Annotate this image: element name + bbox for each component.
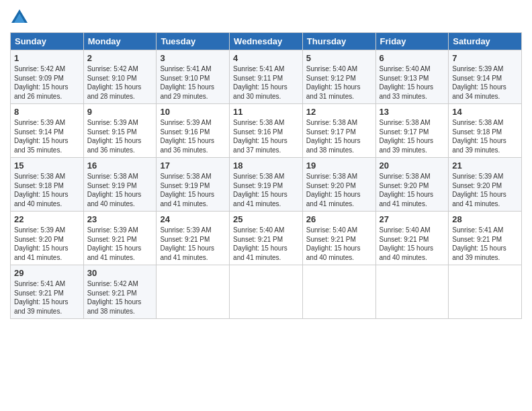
day-info: Sunrise: 5:39 AM Sunset: 9:14 PM Dayligh… bbox=[452, 64, 518, 101]
day-number: 21 bbox=[452, 161, 518, 171]
day-number: 29 bbox=[14, 268, 80, 278]
day-number: 8 bbox=[14, 107, 80, 117]
day-info: Sunrise: 5:42 AM Sunset: 9:21 PM Dayligh… bbox=[87, 279, 153, 316]
day-number: 7 bbox=[452, 53, 518, 63]
day-info: Sunrise: 5:42 AM Sunset: 9:09 PM Dayligh… bbox=[14, 64, 80, 101]
calendar-cell: 15Sunrise: 5:38 AM Sunset: 9:18 PM Dayli… bbox=[11, 158, 84, 212]
calendar-cell: 22Sunrise: 5:39 AM Sunset: 9:20 PM Dayli… bbox=[11, 212, 84, 265]
day-number: 14 bbox=[452, 107, 518, 117]
calendar-header-row: SundayMondayTuesdayWednesdayThursdayFrid… bbox=[11, 33, 522, 50]
day-info: Sunrise: 5:38 AM Sunset: 9:17 PM Dayligh… bbox=[380, 118, 445, 154]
calendar-week-3: 15Sunrise: 5:38 AM Sunset: 9:18 PM Dayli… bbox=[11, 158, 522, 212]
day-info: Sunrise: 5:38 AM Sunset: 9:20 PM Dayligh… bbox=[306, 172, 372, 208]
col-header-friday: Friday bbox=[375, 33, 449, 50]
day-info: Sunrise: 5:40 AM Sunset: 9:21 PM Dayligh… bbox=[306, 226, 372, 262]
calendar-cell: 4Sunrise: 5:41 AM Sunset: 9:11 PM Daylig… bbox=[230, 50, 303, 104]
calendar-cell: 10Sunrise: 5:39 AM Sunset: 9:16 PM Dayli… bbox=[157, 104, 230, 158]
day-info: Sunrise: 5:39 AM Sunset: 9:21 PM Dayligh… bbox=[160, 226, 226, 262]
calendar-table: SundayMondayTuesdayWednesdayThursdayFrid… bbox=[10, 32, 522, 319]
day-number: 12 bbox=[306, 107, 372, 117]
calendar-cell: 20Sunrise: 5:38 AM Sunset: 9:20 PM Dayli… bbox=[375, 158, 449, 212]
calendar-cell: 3Sunrise: 5:41 AM Sunset: 9:10 PM Daylig… bbox=[157, 50, 230, 104]
calendar-cell bbox=[157, 265, 230, 319]
header bbox=[10, 7, 522, 27]
col-header-monday: Monday bbox=[83, 33, 157, 50]
calendar-week-4: 22Sunrise: 5:39 AM Sunset: 9:20 PM Dayli… bbox=[11, 212, 522, 265]
calendar-cell: 27Sunrise: 5:40 AM Sunset: 9:21 PM Dayli… bbox=[375, 212, 449, 265]
day-info: Sunrise: 5:38 AM Sunset: 9:19 PM Dayligh… bbox=[160, 172, 226, 208]
calendar-cell: 23Sunrise: 5:39 AM Sunset: 9:21 PM Dayli… bbox=[83, 212, 157, 265]
col-header-wednesday: Wednesday bbox=[230, 33, 303, 50]
day-number: 2 bbox=[87, 53, 153, 63]
calendar-cell: 14Sunrise: 5:38 AM Sunset: 9:18 PM Dayli… bbox=[449, 104, 522, 158]
calendar-cell: 7Sunrise: 5:39 AM Sunset: 9:14 PM Daylig… bbox=[449, 50, 522, 104]
day-number: 20 bbox=[380, 161, 445, 171]
day-info: Sunrise: 5:38 AM Sunset: 9:19 PM Dayligh… bbox=[87, 172, 153, 208]
logo bbox=[10, 7, 32, 27]
day-number: 28 bbox=[452, 214, 518, 224]
day-info: Sunrise: 5:40 AM Sunset: 9:21 PM Dayligh… bbox=[233, 226, 299, 262]
col-header-saturday: Saturday bbox=[449, 33, 522, 50]
day-info: Sunrise: 5:38 AM Sunset: 9:16 PM Dayligh… bbox=[233, 118, 299, 154]
day-info: Sunrise: 5:41 AM Sunset: 9:11 PM Dayligh… bbox=[233, 64, 299, 101]
day-number: 18 bbox=[233, 161, 299, 171]
day-number: 1 bbox=[14, 53, 80, 63]
day-number: 30 bbox=[87, 268, 153, 278]
day-number: 19 bbox=[306, 161, 372, 171]
day-number: 4 bbox=[233, 53, 299, 63]
col-header-thursday: Thursday bbox=[302, 33, 375, 50]
calendar-cell: 19Sunrise: 5:38 AM Sunset: 9:20 PM Dayli… bbox=[302, 158, 375, 212]
calendar-cell: 24Sunrise: 5:39 AM Sunset: 9:21 PM Dayli… bbox=[157, 212, 230, 265]
calendar-cell bbox=[302, 265, 375, 319]
day-info: Sunrise: 5:38 AM Sunset: 9:20 PM Dayligh… bbox=[380, 172, 445, 208]
calendar-cell: 5Sunrise: 5:40 AM Sunset: 9:12 PM Daylig… bbox=[302, 50, 375, 104]
day-info: Sunrise: 5:39 AM Sunset: 9:15 PM Dayligh… bbox=[87, 118, 153, 154]
calendar-cell: 18Sunrise: 5:38 AM Sunset: 9:19 PM Dayli… bbox=[230, 158, 303, 212]
col-header-tuesday: Tuesday bbox=[157, 33, 230, 50]
day-info: Sunrise: 5:41 AM Sunset: 9:21 PM Dayligh… bbox=[14, 279, 80, 316]
day-number: 16 bbox=[87, 161, 153, 171]
day-info: Sunrise: 5:39 AM Sunset: 9:20 PM Dayligh… bbox=[452, 172, 518, 208]
calendar-cell: 30Sunrise: 5:42 AM Sunset: 9:21 PM Dayli… bbox=[83, 265, 157, 319]
calendar-cell bbox=[449, 265, 522, 319]
calendar-cell: 8Sunrise: 5:39 AM Sunset: 9:14 PM Daylig… bbox=[11, 104, 84, 158]
day-number: 9 bbox=[87, 107, 153, 117]
day-number: 27 bbox=[380, 214, 445, 224]
day-info: Sunrise: 5:40 AM Sunset: 9:21 PM Dayligh… bbox=[380, 226, 445, 262]
calendar-week-2: 8Sunrise: 5:39 AM Sunset: 9:14 PM Daylig… bbox=[11, 104, 522, 158]
calendar-cell: 9Sunrise: 5:39 AM Sunset: 9:15 PM Daylig… bbox=[83, 104, 157, 158]
calendar-cell bbox=[375, 265, 449, 319]
day-info: Sunrise: 5:40 AM Sunset: 9:12 PM Dayligh… bbox=[306, 64, 372, 101]
calendar-cell: 1Sunrise: 5:42 AM Sunset: 9:09 PM Daylig… bbox=[11, 50, 84, 104]
day-info: Sunrise: 5:39 AM Sunset: 9:21 PM Dayligh… bbox=[87, 226, 153, 262]
day-number: 24 bbox=[160, 214, 226, 224]
day-number: 5 bbox=[306, 53, 372, 63]
day-info: Sunrise: 5:39 AM Sunset: 9:14 PM Dayligh… bbox=[14, 118, 80, 154]
calendar-cell: 28Sunrise: 5:41 AM Sunset: 9:21 PM Dayli… bbox=[449, 212, 522, 265]
day-info: Sunrise: 5:39 AM Sunset: 9:20 PM Dayligh… bbox=[14, 226, 80, 262]
day-info: Sunrise: 5:41 AM Sunset: 9:21 PM Dayligh… bbox=[452, 226, 518, 262]
col-header-sunday: Sunday bbox=[11, 33, 84, 50]
day-number: 6 bbox=[380, 53, 445, 63]
calendar-week-5: 29Sunrise: 5:41 AM Sunset: 9:21 PM Dayli… bbox=[11, 265, 522, 319]
day-number: 23 bbox=[87, 214, 153, 224]
calendar-cell: 17Sunrise: 5:38 AM Sunset: 9:19 PM Dayli… bbox=[157, 158, 230, 212]
page: SundayMondayTuesdayWednesdayThursdayFrid… bbox=[0, 0, 532, 411]
calendar-cell: 2Sunrise: 5:42 AM Sunset: 9:10 PM Daylig… bbox=[83, 50, 157, 104]
day-number: 15 bbox=[14, 161, 80, 171]
calendar-cell: 13Sunrise: 5:38 AM Sunset: 9:17 PM Dayli… bbox=[375, 104, 449, 158]
day-info: Sunrise: 5:42 AM Sunset: 9:10 PM Dayligh… bbox=[87, 64, 153, 101]
day-number: 26 bbox=[306, 214, 372, 224]
day-info: Sunrise: 5:38 AM Sunset: 9:18 PM Dayligh… bbox=[14, 172, 80, 208]
day-number: 13 bbox=[380, 107, 445, 117]
day-number: 3 bbox=[160, 53, 226, 63]
day-number: 22 bbox=[14, 214, 80, 224]
calendar-cell: 29Sunrise: 5:41 AM Sunset: 9:21 PM Dayli… bbox=[11, 265, 84, 319]
day-number: 17 bbox=[160, 161, 226, 171]
day-info: Sunrise: 5:39 AM Sunset: 9:16 PM Dayligh… bbox=[160, 118, 226, 154]
calendar-week-1: 1Sunrise: 5:42 AM Sunset: 9:09 PM Daylig… bbox=[11, 50, 522, 104]
day-number: 10 bbox=[160, 107, 226, 117]
day-info: Sunrise: 5:38 AM Sunset: 9:19 PM Dayligh… bbox=[233, 172, 299, 208]
day-info: Sunrise: 5:38 AM Sunset: 9:18 PM Dayligh… bbox=[452, 118, 518, 154]
calendar-cell: 11Sunrise: 5:38 AM Sunset: 9:16 PM Dayli… bbox=[230, 104, 303, 158]
